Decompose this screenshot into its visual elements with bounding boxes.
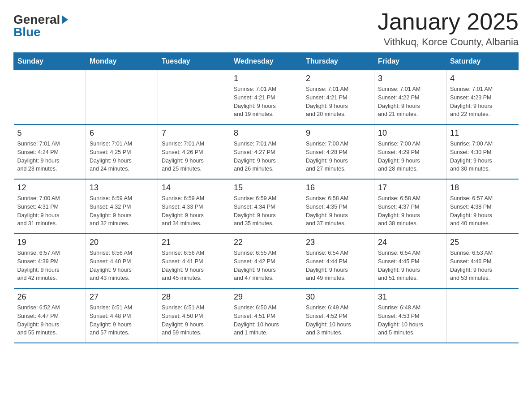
day-info: Sunrise: 6:56 AM Sunset: 4:40 PM Dayligh… [90,249,154,283]
calendar-cell [158,70,230,125]
calendar-cell: 4Sunrise: 7:01 AM Sunset: 4:23 PM Daylig… [446,70,519,125]
day-number: 27 [90,292,154,302]
header-cell-friday: Friday [374,53,446,70]
day-number: 2 [306,74,370,83]
calendar-cell: 27Sunrise: 6:51 AM Sunset: 4:48 PM Dayli… [86,288,158,343]
page-header: General Blue January 2025 Vithkuq, Korce… [13,9,519,48]
calendar-cell: 15Sunrise: 6:59 AM Sunset: 4:34 PM Dayli… [230,179,302,234]
day-info: Sunrise: 6:55 AM Sunset: 4:42 PM Dayligh… [234,249,298,283]
day-info: Sunrise: 6:58 AM Sunset: 4:35 PM Dayligh… [306,194,370,228]
day-info: Sunrise: 7:01 AM Sunset: 4:26 PM Dayligh… [162,140,226,173]
subtitle: Vithkuq, Korce County, Albania [378,36,519,48]
calendar-cell: 1Sunrise: 7:01 AM Sunset: 4:21 PM Daylig… [230,70,302,125]
week-row-4: 19Sunrise: 6:57 AM Sunset: 4:39 PM Dayli… [14,234,519,288]
day-info: Sunrise: 6:59 AM Sunset: 4:33 PM Dayligh… [162,194,226,228]
day-info: Sunrise: 6:50 AM Sunset: 4:51 PM Dayligh… [234,304,298,337]
day-info: Sunrise: 7:00 AM Sunset: 4:28 PM Dayligh… [306,140,370,173]
calendar-cell: 9Sunrise: 7:00 AM Sunset: 4:28 PM Daylig… [302,124,374,179]
day-number: 16 [306,183,370,193]
day-number: 9 [306,128,370,138]
day-info: Sunrise: 6:51 AM Sunset: 4:50 PM Dayligh… [162,304,226,337]
day-info: Sunrise: 7:01 AM Sunset: 4:21 PM Dayligh… [234,85,298,119]
calendar-cell: 7Sunrise: 7:01 AM Sunset: 4:26 PM Daylig… [158,124,230,179]
calendar-cell: 3Sunrise: 7:01 AM Sunset: 4:22 PM Daylig… [374,70,446,125]
day-number: 13 [90,183,154,193]
logo: General Blue [13,13,68,39]
day-number: 24 [378,238,442,247]
week-row-5: 26Sunrise: 6:52 AM Sunset: 4:47 PM Dayli… [14,288,519,343]
header-cell-wednesday: Wednesday [230,53,302,70]
title-block: January 2025 Vithkuq, Korce County, Alba… [378,9,519,48]
day-info: Sunrise: 6:49 AM Sunset: 4:52 PM Dayligh… [306,304,370,337]
calendar-cell: 17Sunrise: 6:58 AM Sunset: 4:37 PM Dayli… [374,179,446,234]
calendar-cell: 18Sunrise: 6:57 AM Sunset: 4:38 PM Dayli… [446,179,519,234]
logo-general-text: General [13,13,60,26]
day-info: Sunrise: 6:53 AM Sunset: 4:46 PM Dayligh… [450,249,515,283]
day-number: 21 [162,238,226,247]
day-info: Sunrise: 6:51 AM Sunset: 4:48 PM Dayligh… [90,304,154,337]
week-row-2: 5Sunrise: 7:01 AM Sunset: 4:24 PM Daylig… [14,124,519,179]
day-info: Sunrise: 6:57 AM Sunset: 4:39 PM Dayligh… [17,249,82,283]
header-cell-tuesday: Tuesday [158,53,230,70]
day-info: Sunrise: 7:01 AM Sunset: 4:24 PM Dayligh… [17,140,82,173]
day-number: 22 [234,238,298,247]
calendar-cell: 30Sunrise: 6:49 AM Sunset: 4:52 PM Dayli… [302,288,374,343]
calendar-cell: 12Sunrise: 7:00 AM Sunset: 4:31 PM Dayli… [14,179,86,234]
day-number: 7 [162,128,226,138]
calendar: SundayMondayTuesdayWednesdayThursdayFrid… [13,52,519,343]
day-number: 19 [17,238,82,247]
logo-blue-text: Blue [13,26,41,39]
day-number: 8 [234,128,298,138]
day-number: 10 [378,128,442,138]
calendar-cell: 2Sunrise: 7:01 AM Sunset: 4:21 PM Daylig… [302,70,374,125]
day-number: 14 [162,183,226,193]
day-number: 4 [450,74,515,83]
calendar-cell: 31Sunrise: 6:48 AM Sunset: 4:53 PM Dayli… [374,288,446,343]
header-row: SundayMondayTuesdayWednesdayThursdayFrid… [14,53,519,70]
day-number: 25 [450,238,515,247]
calendar-cell: 8Sunrise: 7:01 AM Sunset: 4:27 PM Daylig… [230,124,302,179]
day-number: 18 [450,183,515,193]
calendar-cell [86,70,158,125]
calendar-cell: 23Sunrise: 6:54 AM Sunset: 4:44 PM Dayli… [302,234,374,288]
day-info: Sunrise: 7:01 AM Sunset: 4:21 PM Dayligh… [306,85,370,119]
week-row-1: 1Sunrise: 7:01 AM Sunset: 4:21 PM Daylig… [14,70,519,125]
day-info: Sunrise: 6:58 AM Sunset: 4:37 PM Dayligh… [378,194,442,228]
day-number: 3 [378,74,442,83]
logo-arrow-icon [62,15,68,24]
day-number: 11 [450,128,515,138]
calendar-cell [14,70,86,125]
calendar-cell [446,288,519,343]
day-info: Sunrise: 7:01 AM Sunset: 4:22 PM Dayligh… [378,85,442,119]
day-info: Sunrise: 7:00 AM Sunset: 4:31 PM Dayligh… [17,194,82,228]
day-info: Sunrise: 6:59 AM Sunset: 4:34 PM Dayligh… [234,194,298,228]
calendar-cell: 25Sunrise: 6:53 AM Sunset: 4:46 PM Dayli… [446,234,519,288]
day-number: 15 [234,183,298,193]
calendar-cell: 6Sunrise: 7:01 AM Sunset: 4:25 PM Daylig… [86,124,158,179]
day-number: 29 [234,292,298,302]
day-number: 17 [378,183,442,193]
header-cell-monday: Monday [86,53,158,70]
day-info: Sunrise: 6:52 AM Sunset: 4:47 PM Dayligh… [17,304,82,337]
calendar-cell: 26Sunrise: 6:52 AM Sunset: 4:47 PM Dayli… [14,288,86,343]
day-number: 30 [306,292,370,302]
calendar-cell: 24Sunrise: 6:54 AM Sunset: 4:45 PM Dayli… [374,234,446,288]
day-info: Sunrise: 7:00 AM Sunset: 4:30 PM Dayligh… [450,140,515,173]
day-number: 28 [162,292,226,302]
header-cell-thursday: Thursday [302,53,374,70]
calendar-header: SundayMondayTuesdayWednesdayThursdayFrid… [14,53,519,70]
day-number: 5 [17,128,82,138]
calendar-cell: 21Sunrise: 6:56 AM Sunset: 4:41 PM Dayli… [158,234,230,288]
calendar-cell: 20Sunrise: 6:56 AM Sunset: 4:40 PM Dayli… [86,234,158,288]
day-info: Sunrise: 6:59 AM Sunset: 4:32 PM Dayligh… [90,194,154,228]
day-number: 26 [17,292,82,302]
calendar-cell: 19Sunrise: 6:57 AM Sunset: 4:39 PM Dayli… [14,234,86,288]
day-info: Sunrise: 7:01 AM Sunset: 4:25 PM Dayligh… [90,140,154,173]
day-number: 20 [90,238,154,247]
day-info: Sunrise: 6:56 AM Sunset: 4:41 PM Dayligh… [162,249,226,283]
day-info: Sunrise: 6:48 AM Sunset: 4:53 PM Dayligh… [378,304,442,337]
calendar-cell: 10Sunrise: 7:00 AM Sunset: 4:29 PM Dayli… [374,124,446,179]
day-number: 1 [234,74,298,83]
day-number: 31 [378,292,442,302]
header-cell-saturday: Saturday [446,53,519,70]
